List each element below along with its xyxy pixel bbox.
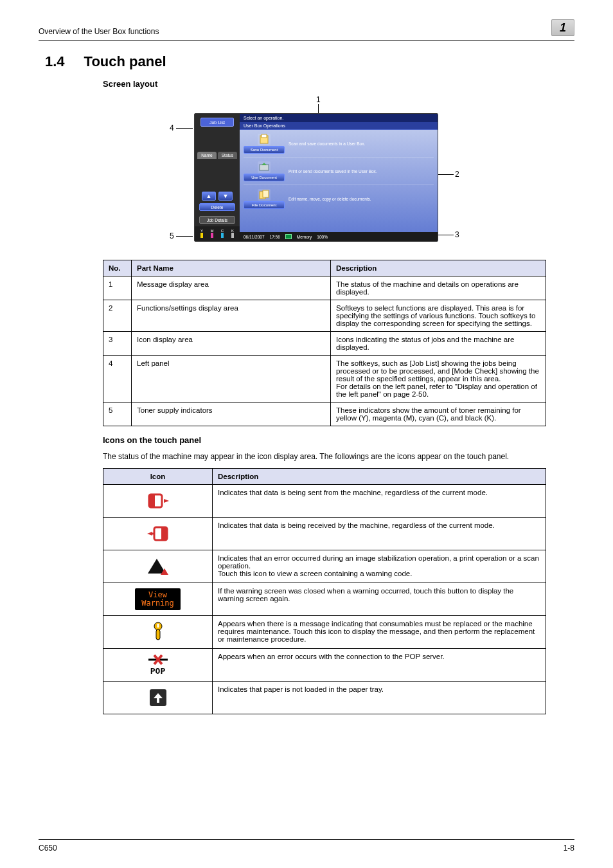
col-desc: Description: [331, 260, 546, 276]
footer-page: 1-8: [564, 844, 574, 853]
job-list-button[interactable]: Job List: [200, 118, 234, 127]
svg-rect-16: [156, 629, 160, 640]
view-warning-button[interactable]: ViewWarning: [135, 588, 181, 610]
op-row-use: Use Document Print or send documents sav…: [244, 161, 434, 185]
section-number: 1.4: [45, 53, 65, 70]
file-document-button[interactable]: File Document: [244, 201, 285, 209]
delete-button[interactable]: Delete: [199, 203, 235, 211]
status-memory: 100%: [317, 235, 328, 239]
svg-marker-8: [164, 499, 169, 503]
col-icon-desc: Description: [213, 469, 546, 485]
table-row: 4Left panelThe softkeys, such as [Job Li…: [103, 356, 546, 402]
tab-status[interactable]: Status: [218, 152, 237, 159]
svg-rect-5: [263, 190, 269, 197]
op-text-file: Edit name, move, copy or delete document…: [289, 197, 371, 201]
subheading-screen-layout: Screen layout: [103, 79, 574, 89]
arrow-down-button[interactable]: ▼: [218, 192, 233, 201]
job-details-button[interactable]: Job Details: [199, 216, 235, 224]
right-panel: Select an operation. User Box Operations…: [240, 114, 438, 241]
section-heading: 1.4 Touch panel: [45, 53, 574, 70]
table-row: Indicates that an error occurred during …: [103, 550, 546, 583]
message-bar: Select an operation.: [240, 114, 438, 122]
table-row: 3Icon display areaIcons indicating the s…: [103, 332, 546, 356]
status-time: 17:56: [270, 235, 280, 239]
pop-error-icon: POP: [109, 653, 207, 677]
table-row: Indicates that data is being received by…: [103, 518, 546, 550]
svg-rect-2: [260, 165, 269, 170]
callout-2: 2: [455, 170, 459, 179]
use-document-button[interactable]: Use Document: [244, 174, 285, 181]
page-footer: C650 1-8: [39, 839, 574, 853]
touch-panel-figure: 1 2 3 4 5 Job List Name Status ▲ ▼ Delet…: [149, 94, 464, 248]
header-title: Overview of the User Box functions: [39, 27, 159, 36]
file-doc-icon: [258, 189, 271, 201]
status-bar: 06/11/2007 17:56 Memory 100%: [240, 232, 438, 241]
callout-3: 3: [455, 230, 459, 239]
callout-4: 4: [170, 123, 174, 132]
save-document-button[interactable]: Save Document: [244, 146, 285, 154]
op-text-save: Scan and save documents in a User Box.: [289, 141, 365, 146]
no-paper-icon: [109, 685, 207, 710]
use-doc-icon: [258, 161, 271, 173]
tab-name[interactable]: Name: [197, 152, 217, 159]
table-row: 5Toner supply indicatorsThese indicators…: [103, 402, 546, 426]
table-row: ViewWarning If the warning screen was cl…: [103, 583, 546, 616]
scroll-arrows: ▲ ▼: [195, 192, 240, 201]
save-doc-icon: [258, 134, 271, 145]
data-send-icon: [109, 489, 207, 513]
memory-icon: [285, 234, 292, 239]
col-icon: Icon: [103, 469, 213, 485]
pop-label: POP: [147, 666, 169, 676]
op-row-save: Save Document Scan and save documents in…: [244, 134, 434, 158]
operations-area: Save Document Scan and save documents in…: [240, 130, 438, 232]
data-receive-icon: [109, 521, 207, 546]
col-no: No.: [103, 260, 132, 276]
col-part: Part Name: [132, 260, 331, 276]
table-row: Indicates that data is being sent from t…: [103, 485, 546, 518]
toner-indicators: Y M C K: [195, 226, 240, 241]
footer-model: C650: [39, 844, 57, 853]
page-header: Overview of the User Box functions 1: [39, 19, 574, 41]
arrow-up-button[interactable]: ▲: [202, 192, 216, 201]
maintenance-icon: [109, 620, 207, 644]
left-panel: Job List Name Status ▲ ▼ Delete Job Deta…: [195, 114, 240, 241]
icons-table: Icon Description Indicates that data is …: [103, 468, 546, 714]
table-row: 2Functions/settings display areaSoftkeys…: [103, 300, 546, 332]
svg-rect-1: [262, 134, 267, 138]
svg-marker-3: [262, 163, 267, 165]
svg-rect-10: [161, 527, 167, 540]
op-row-file: File Document Edit name, move, copy or d…: [244, 189, 434, 212]
touch-panel-screenshot: Job List Name Status ▲ ▼ Delete Job Deta…: [194, 113, 438, 242]
user-box-ops-bar: User Box Operations: [240, 122, 438, 130]
table-row: Appears when there is a message indicati…: [103, 616, 546, 649]
parts-table: No. Part Name Description 1Message displ…: [103, 260, 546, 426]
status-date: 06/11/2007: [244, 235, 265, 239]
callout-5: 5: [170, 231, 174, 240]
section-title: Touch panel: [84, 53, 166, 70]
svg-marker-11: [147, 532, 152, 536]
table-row: POP Appears when an error occurs with th…: [103, 649, 546, 682]
warning-triangle-icon: [109, 554, 207, 579]
callout-1: 1: [316, 95, 321, 104]
left-panel-tabs: Name Status: [197, 152, 237, 159]
op-text-use: Print or send documents saved in the Use…: [289, 169, 377, 174]
status-memory-label: Memory: [297, 235, 312, 239]
table-row: Indicates that paper is not loaded in th…: [103, 682, 546, 714]
table-row: 1Message display areaThe status of the m…: [103, 276, 546, 300]
svg-rect-17: [157, 624, 159, 628]
icons-paragraph: The status of the machine may appear in …: [103, 451, 574, 462]
svg-rect-7: [149, 494, 155, 507]
chapter-badge: 1: [551, 19, 574, 36]
subheading-icons: Icons on the touch panel: [103, 435, 574, 445]
svg-rect-12: [152, 533, 155, 535]
